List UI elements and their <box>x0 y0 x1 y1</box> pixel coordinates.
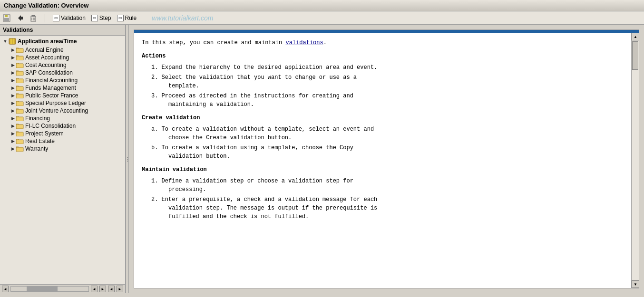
tree-root-item[interactable]: ▼ Application area/Time <box>0 37 125 46</box>
back-icon[interactable] <box>16 14 24 22</box>
tree-item-realestate[interactable]: ▶ Real Estate <box>0 137 125 145</box>
tree-item-accrual[interactable]: ▶ Accrual Engine <box>0 46 125 54</box>
tree-toggle-cost[interactable]: ▶ <box>10 62 16 68</box>
tree-item-funds[interactable]: ▶ Funds Management <box>0 84 125 92</box>
folder-icon-realestate <box>16 138 24 144</box>
tree-toggle-joint[interactable]: ▶ <box>10 107 16 114</box>
content-text: In this step, you can create and maintai… <box>134 33 631 288</box>
maintain-item-2: 2. Enter a prerequisite, a check and a v… <box>151 195 624 221</box>
tree-toggle-filc[interactable]: ▶ <box>10 123 16 129</box>
create-title: Create validation <box>142 114 624 122</box>
tree-toggle-funds[interactable]: ▶ <box>10 85 16 91</box>
folder-icon-financing <box>16 115 24 121</box>
folder-icon-asset <box>16 55 24 60</box>
scroll-track[interactable] <box>10 286 89 292</box>
svg-marker-3 <box>18 15 21 21</box>
tree-item-sap-consol[interactable]: ▶ SAP Consolidation <box>0 69 125 77</box>
tree-toggle-root[interactable]: ▼ <box>2 38 9 45</box>
right-panel: In this step, you can create and maintai… <box>129 25 644 293</box>
toolbar-separator-1 <box>45 14 45 22</box>
actions-item-2: 2. Select the validation that you want t… <box>151 73 624 90</box>
scroll-thumb <box>27 287 58 291</box>
tree-item-warranty-label: Warranty <box>25 145 48 152</box>
tree-container[interactable]: ▼ Application area/Time ▶ Accrual Eng <box>0 36 125 284</box>
scroll-left-btn-2[interactable]: ◄ <box>108 286 115 292</box>
svg-rect-1 <box>5 15 8 17</box>
scroll-down-btn[interactable]: ▼ <box>632 280 639 288</box>
watermark: www.tutorialkart.com <box>152 14 213 22</box>
svg-rect-25 <box>16 140 23 144</box>
rule-doc-icon: ▭ <box>117 15 124 21</box>
folder-icon-special <box>16 100 24 106</box>
tree-item-cost[interactable]: ▶ Cost Accounting <box>0 61 125 69</box>
tree-item-sap-consol-label: SAP Consolidation <box>25 69 73 76</box>
left-panel-scrollbar: ◄ ◄ ► ◄ ► <box>0 284 125 293</box>
tree-toggle-sap-consol[interactable]: ▶ <box>10 69 16 76</box>
tree-item-joint-label: Joint Venture Accounting <box>25 107 88 114</box>
scroll-up-btn[interactable]: ▲ <box>632 33 639 40</box>
tree-item-joint[interactable]: ▶ Joint Venture Accounting <box>0 107 125 115</box>
svg-rect-6 <box>32 15 35 16</box>
tree-item-special-label: Special Purpose Ledger <box>25 100 86 106</box>
content-scroll-area: In this step, you can create and maintai… <box>134 33 639 288</box>
tree-item-financial[interactable]: ▶ Financial Accounting <box>0 77 125 84</box>
page-title: Change Validation: Overview <box>4 2 88 9</box>
scroll-right-btn-3[interactable]: ► <box>117 286 123 292</box>
tree-toggle-financing[interactable]: ▶ <box>10 115 16 122</box>
tree-item-public[interactable]: ▶ Public Sector France <box>0 92 125 99</box>
tree-toggle-realestate[interactable]: ▶ <box>10 138 16 144</box>
folder-icon-funds <box>16 85 24 91</box>
svg-rect-22 <box>16 117 23 121</box>
validation-button[interactable]: ▭ Validation <box>53 15 86 21</box>
svg-rect-18 <box>16 86 23 91</box>
svg-rect-4 <box>21 17 23 19</box>
intro-text: In this step, you can create and maintai… <box>142 39 285 46</box>
step-button[interactable]: ▭ Step <box>91 15 111 21</box>
tree-item-project[interactable]: ▶ Project System <box>0 130 125 137</box>
tree-item-accrual-label: Accrual Engine <box>25 47 64 53</box>
vertical-scrollbar: ▲ ▼ <box>631 33 639 288</box>
scroll-left-btn[interactable]: ◄ <box>2 286 9 292</box>
folder-icon-accrual <box>16 47 24 53</box>
svg-rect-19 <box>16 94 23 98</box>
folder-icon-sap-consol <box>16 70 24 76</box>
svg-rect-24 <box>16 132 23 136</box>
tree-toggle-project[interactable]: ▶ <box>10 130 16 137</box>
tree-item-special[interactable]: ▶ Special Purpose Ledger <box>0 99 125 107</box>
tree-toggle-warranty[interactable]: ▶ <box>10 145 16 152</box>
tree-root-label: Application area/Time <box>18 38 77 45</box>
tree-item-warranty[interactable]: ▶ Warranty <box>0 145 125 153</box>
scroll-track-v[interactable] <box>632 40 639 280</box>
svg-rect-13 <box>16 48 23 53</box>
tree-toggle-public[interactable]: ▶ <box>10 92 16 99</box>
tree-toggle-special[interactable]: ▶ <box>10 100 16 106</box>
actions-title: Actions <box>142 52 624 60</box>
folder-icon-public <box>16 93 24 98</box>
tree-toggle-asset[interactable]: ▶ <box>10 54 16 61</box>
rule-button[interactable]: ▭ Rule <box>117 15 137 21</box>
actions-item-3: 3. Proceed as directed in the instructio… <box>151 92 624 109</box>
tree-item-financing[interactable]: ▶ Financing <box>0 115 125 122</box>
delete-icon[interactable] <box>29 14 37 22</box>
save-icon[interactable] <box>3 14 10 22</box>
title-bar: Change Validation: Overview <box>0 0 644 11</box>
tree-item-funds-label: Funds Management <box>25 85 76 91</box>
validations-link[interactable]: validations <box>285 39 323 46</box>
svg-rect-16 <box>16 71 23 76</box>
svg-rect-23 <box>16 125 23 129</box>
tree-item-financial-label: Financial Accounting <box>25 77 78 84</box>
svg-rect-14 <box>16 56 23 60</box>
svg-rect-15 <box>16 64 23 68</box>
svg-rect-21 <box>16 109 23 114</box>
intro-paragraph: In this step, you can create and maintai… <box>142 38 624 47</box>
folder-icon-financial <box>16 77 24 83</box>
tree-toggle-accrual[interactable]: ▶ <box>10 47 16 53</box>
create-item-b: b. To create a validation using a templa… <box>151 144 624 161</box>
scroll-right-btn-2[interactable]: ► <box>99 286 106 292</box>
scroll-right-btn-1[interactable]: ◄ <box>91 286 98 292</box>
tree-item-filc[interactable]: ▶ FI-LC Consolidation <box>0 122 125 130</box>
tree-toggle-financial[interactable]: ▶ <box>10 77 16 84</box>
step-doc-icon: ▭ <box>91 15 98 21</box>
tree-item-asset[interactable]: ▶ Asset Accounting <box>0 54 125 61</box>
main-layout: Validations ▼ Application area/Time ▶ <box>0 25 644 293</box>
